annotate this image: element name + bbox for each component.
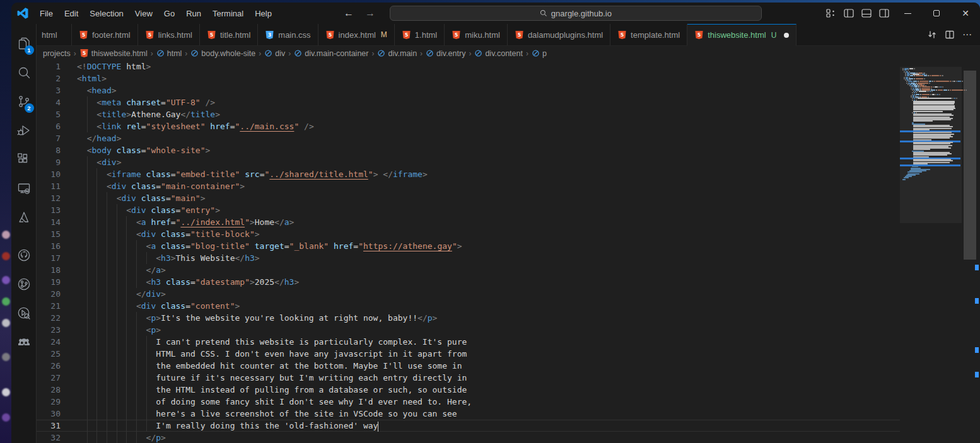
tab-html[interactable]: html xyxy=(37,24,72,45)
more-actions-icon[interactable]: ⋯ xyxy=(959,24,976,46)
editor[interactable]: 1<!DOCTYPE html>2<html>3 <head>4 <meta c… xyxy=(37,60,980,443)
code-line[interactable]: 29 of doing some fancy shit I don't see … xyxy=(37,396,900,408)
maximize-button[interactable] xyxy=(922,3,951,24)
line-number[interactable]: 32 xyxy=(37,432,61,443)
toggle-primary-sidebar-icon[interactable] xyxy=(840,5,858,21)
tab-dalamudplugins-html[interactable]: 5dalamudplugins.html xyxy=(508,24,610,45)
compare-changes-icon[interactable] xyxy=(923,24,941,46)
line-number[interactable]: 19 xyxy=(37,276,61,288)
breadcrumb-item-div-main[interactable]: div.main xyxy=(377,49,417,58)
code-line[interactable]: 6 <link rel="stylesheet" href="../main.c… xyxy=(37,120,900,132)
vertical-scrollbar[interactable] xyxy=(962,60,980,443)
activity-item-git-graph[interactable] xyxy=(11,270,37,299)
line-number[interactable]: 14 xyxy=(37,216,61,228)
activity-item-explorer[interactable]: 1 xyxy=(11,29,37,58)
code-area[interactable]: 1<!DOCTYPE html>2<html>3 <head>4 <meta c… xyxy=(37,60,900,443)
line-number[interactable]: 2 xyxy=(37,72,61,84)
line-number[interactable]: 24 xyxy=(37,336,61,348)
customize-layout-icon[interactable] xyxy=(822,5,840,21)
code-line[interactable]: 25 HTML and CSS. I don't even have any j… xyxy=(37,348,900,360)
code-line[interactable]: 12 <div class="main"> xyxy=(37,192,900,204)
menu-item-terminal[interactable]: Terminal xyxy=(207,6,249,21)
line-number[interactable]: 17 xyxy=(37,252,61,264)
tab-footer-html[interactable]: 5footer.html xyxy=(72,24,138,45)
breadcrumb-item-thiswebsite-html[interactable]: 5thiswebsite.html xyxy=(79,49,148,58)
line-number[interactable]: 20 xyxy=(37,288,61,300)
scrollbar-slider[interactable] xyxy=(964,71,976,260)
code-line[interactable]: 7 </head> xyxy=(37,132,900,144)
menu-item-selection[interactable]: Selection xyxy=(84,6,129,21)
code-line[interactable]: 16 <a class="blog-title" target="_blank"… xyxy=(37,240,900,252)
code-line[interactable]: 23 <p> xyxy=(37,324,900,336)
line-number[interactable]: 9 xyxy=(37,156,61,168)
line-number[interactable]: 12 xyxy=(37,192,61,204)
breadcrumb-item-div[interactable]: div xyxy=(264,49,285,58)
breadcrumb-item-div-content[interactable]: div.content xyxy=(474,49,523,58)
line-number[interactable]: 3 xyxy=(37,84,61,96)
line-number[interactable]: 6 xyxy=(37,120,61,132)
code-line[interactable]: 5 <title>Athene.Gay</title> xyxy=(37,108,900,120)
tab-links-html[interactable]: 5links.html xyxy=(138,24,200,45)
code-line[interactable]: 21 <div class="content"> xyxy=(37,300,900,312)
breadcrumb-item-p[interactable]: p xyxy=(532,49,547,58)
code-line[interactable]: 19 <h3 class="datestamp">2025</h3> xyxy=(37,276,900,288)
code-line[interactable]: 24 I can't pretend this website is parti… xyxy=(37,336,900,348)
tab-title-html[interactable]: 5title.html xyxy=(200,24,258,45)
tab-template-html[interactable]: 5template.html xyxy=(610,24,687,45)
code-line[interactable]: 28 the HTML instead of pulling from a da… xyxy=(37,384,900,396)
minimap[interactable] xyxy=(900,60,962,443)
tab-main-css[interactable]: 3main.css xyxy=(258,24,318,45)
split-editor-icon[interactable] xyxy=(941,24,959,46)
tab-index-html[interactable]: 5index.htmlM xyxy=(318,24,395,45)
code-line[interactable]: 15 <div class="title-block"> xyxy=(37,228,900,240)
close-button[interactable]: ✕ xyxy=(951,3,980,24)
line-number[interactable]: 27 xyxy=(37,372,61,384)
menu-item-file[interactable]: File xyxy=(34,6,59,21)
line-number[interactable]: 28 xyxy=(37,384,61,396)
code-line[interactable]: 2<html> xyxy=(37,72,900,84)
menu-item-run[interactable]: Run xyxy=(180,6,207,21)
breadcrumb-item-div-entry[interactable]: div.entry xyxy=(426,49,465,58)
code-line[interactable]: 3 <head> xyxy=(37,84,900,96)
minimize-button[interactable] xyxy=(893,3,922,24)
line-number[interactable]: 4 xyxy=(37,96,61,108)
line-number[interactable]: 23 xyxy=(37,324,61,336)
line-number[interactable]: 8 xyxy=(37,144,61,156)
line-number[interactable]: 18 xyxy=(37,264,61,276)
code-line[interactable]: 18 </a> xyxy=(37,264,900,276)
line-number[interactable]: 10 xyxy=(37,168,61,180)
line-number[interactable]: 25 xyxy=(37,348,61,360)
code-line[interactable]: 17 <h3>This Website</h3> xyxy=(37,252,900,264)
line-number[interactable]: 13 xyxy=(37,204,61,216)
unsaved-dot-icon[interactable] xyxy=(784,33,789,38)
code-line[interactable]: 31 I'm really doing this the 'old-fashio… xyxy=(37,420,900,432)
activity-item-azure[interactable] xyxy=(11,203,37,232)
navigate-forward-icon[interactable]: → xyxy=(359,8,381,19)
code-line[interactable]: 8 <body class="whole-site"> xyxy=(37,144,900,156)
code-line[interactable]: 30 here's a live screenshot of the site … xyxy=(37,408,900,420)
code-line[interactable]: 22 <p>It's the website you're looking at… xyxy=(37,312,900,324)
breadcrumb-item-div-main-container[interactable]: div.main-container xyxy=(294,49,368,58)
activity-item-run-debug[interactable] xyxy=(11,116,37,145)
activity-item-search[interactable] xyxy=(11,58,37,87)
code-line[interactable]: 10 <iframe class="embed-title" src="../s… xyxy=(37,168,900,180)
activity-item-source-control[interactable]: 2 xyxy=(11,87,37,116)
menu-item-edit[interactable]: Edit xyxy=(59,6,84,21)
tab-miku-html[interactable]: 5miku.html xyxy=(445,24,508,45)
toggle-secondary-sidebar-icon[interactable] xyxy=(875,5,893,21)
code-line[interactable]: 32 </p> xyxy=(37,432,900,443)
line-number[interactable]: 31 xyxy=(37,420,61,432)
code-line[interactable]: 26 the embedded hit counter at the botto… xyxy=(37,360,900,372)
code-line[interactable]: 9 <div> xyxy=(37,156,900,168)
breadcrumb-item-projects[interactable]: projects xyxy=(43,49,71,58)
navigate-back-icon[interactable]: ← xyxy=(338,8,359,19)
line-number[interactable]: 21 xyxy=(37,300,61,312)
line-number[interactable]: 1 xyxy=(37,60,61,72)
tab-1-html[interactable]: 51.html xyxy=(395,24,445,45)
line-number[interactable]: 22 xyxy=(37,312,61,324)
code-line[interactable]: 11 <div class="main-container"> xyxy=(37,180,900,192)
line-number[interactable]: 11 xyxy=(37,180,61,192)
line-number[interactable]: 5 xyxy=(37,108,61,120)
activity-item-godot-tools[interactable] xyxy=(11,328,37,357)
line-number[interactable]: 15 xyxy=(37,228,61,240)
